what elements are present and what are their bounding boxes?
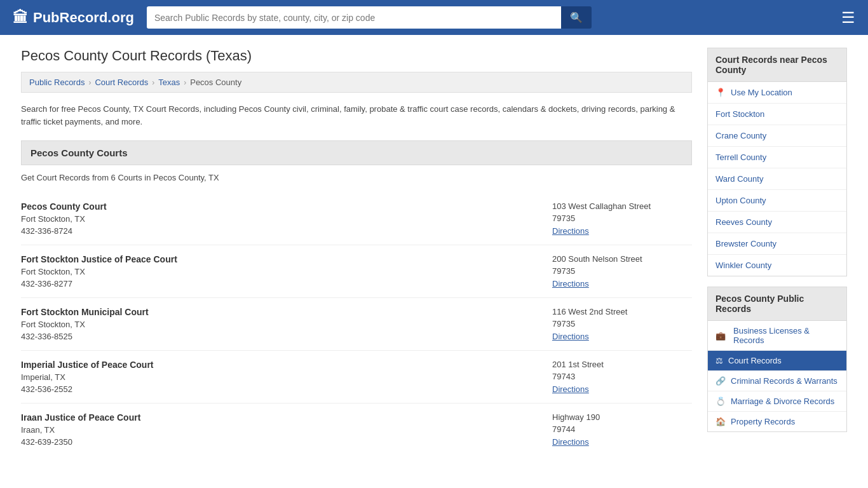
court-entry: Fort Stockton Municipal Court Fort Stock… xyxy=(21,298,692,351)
sidebar-nearby-list: Use My Location Fort Stockton Crane Coun… xyxy=(707,82,847,276)
briefcase-icon xyxy=(715,331,728,341)
court-name: Iraan Justice of Peace Court xyxy=(21,412,552,423)
shield-icon: 🔗 xyxy=(715,376,726,386)
directions-link[interactable]: Directions xyxy=(552,279,589,288)
sidebar-item-label: Business Licenses & Records xyxy=(733,326,839,345)
site-header: 🏛 PubRecord.org 🔍 ☰ xyxy=(0,0,868,35)
court-name: Imperial Justice of Peace Court xyxy=(21,360,552,370)
court-zip: 79735 xyxy=(552,214,692,223)
gavel-icon: ⚖ xyxy=(715,356,723,365)
sidebar-public-records-section: Pecos County Public Records Business Lic… xyxy=(707,287,847,432)
sidebar-item-reeves-county[interactable]: Reeves County xyxy=(708,212,846,233)
courts-list: Pecos County Court Fort Stockton, TX 432… xyxy=(21,193,692,456)
use-location-label: Use My Location xyxy=(731,88,792,97)
court-zip: 79744 xyxy=(552,424,692,434)
court-info: Pecos County Court Fort Stockton, TX 432… xyxy=(21,201,552,236)
sidebar-item-marriage-divorce[interactable]: 💍 Marriage & Divorce Records xyxy=(708,391,846,412)
search-button[interactable]: 🔍 xyxy=(561,6,592,29)
search-icon: 🔍 xyxy=(570,12,583,23)
breadcrumb: Public Records › Court Records › Texas ›… xyxy=(21,72,692,93)
directions-link[interactable]: Directions xyxy=(552,437,589,447)
directions-link[interactable]: Directions xyxy=(552,226,589,236)
court-entry: Iraan Justice of Peace Court Iraan, TX 4… xyxy=(21,403,692,456)
directions-link[interactable]: Directions xyxy=(552,384,589,394)
sidebar-nearby-section: Court Records near Pecos County Use My L… xyxy=(707,48,847,276)
court-address: Highway 190 79744 Directions xyxy=(552,412,692,447)
court-address: 200 South Nelson Street 79735 Directions xyxy=(552,254,692,288)
sidebar-item-crane-county[interactable]: Crane County xyxy=(708,125,846,147)
breadcrumb-texas[interactable]: Texas xyxy=(158,78,180,87)
court-city: Imperial, TX xyxy=(21,372,552,382)
page-description: Search for free Pecos County, TX Court R… xyxy=(21,103,692,128)
court-info: Imperial Justice of Peace Court Imperial… xyxy=(21,360,552,394)
court-city: Fort Stockton, TX xyxy=(21,214,552,224)
court-street: Highway 190 xyxy=(552,412,692,422)
court-street: 116 West 2nd Street xyxy=(552,307,692,316)
search-input[interactable] xyxy=(147,6,561,29)
logo-text: PubRecord.org xyxy=(33,10,134,26)
court-name: Pecos County Court xyxy=(21,201,552,212)
court-phone: 432-639-2350 xyxy=(21,437,552,447)
sidebar-item-property-records[interactable]: 🏠 Property Records xyxy=(708,412,846,431)
section-header: Pecos County Courts xyxy=(21,140,692,165)
court-phone: 432-336-8724 xyxy=(21,226,552,236)
breadcrumb-current: Pecos County xyxy=(190,78,241,87)
directions-link[interactable]: Directions xyxy=(552,332,589,341)
sidebar-item-label: Criminal Records & Warrants xyxy=(731,376,837,386)
breadcrumb-public-records[interactable]: Public Records xyxy=(29,78,85,87)
court-street: 200 South Nelson Street xyxy=(552,254,692,264)
court-city: Iraan, TX xyxy=(21,425,552,435)
sidebar-item-label: Marriage & Divorce Records xyxy=(731,396,834,406)
court-entry: Fort Stockton Justice of Peace Court For… xyxy=(21,245,692,298)
breadcrumb-sep-1: › xyxy=(88,78,91,87)
main-container: Pecos County Court Records (Texas) Publi… xyxy=(8,35,860,468)
sidebar-item-use-location[interactable]: Use My Location xyxy=(708,82,846,104)
court-address: 103 West Callaghan Street 79735 Directio… xyxy=(552,201,692,236)
court-entry: Pecos County Court Fort Stockton, TX 432… xyxy=(21,193,692,245)
sidebar-item-business-licenses[interactable]: Business Licenses & Records xyxy=(708,321,846,351)
sidebar: Court Records near Pecos County Use My L… xyxy=(707,48,847,456)
sidebar-item-court-records[interactable]: ⚖ Court Records xyxy=(708,351,846,371)
menu-icon[interactable]: ☰ xyxy=(841,9,855,27)
court-zip: 79735 xyxy=(552,319,692,329)
sidebar-item-criminal-records[interactable]: 🔗 Criminal Records & Warrants xyxy=(708,371,846,391)
court-phone: 432-336-8525 xyxy=(21,332,552,341)
section-subtitle: Get Court Records from 6 Courts in Pecos… xyxy=(21,173,692,182)
sidebar-item-upton-county[interactable]: Upton County xyxy=(708,190,846,212)
sidebar-item-ward-county[interactable]: Ward County xyxy=(708,168,846,190)
sidebar-item-terrell-county[interactable]: Terrell County xyxy=(708,147,846,168)
sidebar-item-winkler-county[interactable]: Winkler County xyxy=(708,255,846,276)
court-entry: Imperial Justice of Peace Court Imperial… xyxy=(21,351,692,403)
court-street: 201 1st Street xyxy=(552,360,692,369)
court-street: 103 West Callaghan Street xyxy=(552,201,692,211)
court-info: Fort Stockton Municipal Court Fort Stock… xyxy=(21,307,552,341)
site-logo[interactable]: 🏛 PubRecord.org xyxy=(13,9,134,27)
breadcrumb-sep-2: › xyxy=(152,78,154,87)
rings-icon: 💍 xyxy=(715,396,726,406)
court-phone: 432-536-2552 xyxy=(21,384,552,394)
sidebar-item-fort-stockton[interactable]: Fort Stockton xyxy=(708,104,846,125)
court-info: Iraan Justice of Peace Court Iraan, TX 4… xyxy=(21,412,552,447)
breadcrumb-court-records[interactable]: Court Records xyxy=(95,78,148,87)
court-name: Fort Stockton Municipal Court xyxy=(21,307,552,317)
court-zip: 79735 xyxy=(552,266,692,276)
court-address: 201 1st Street 79743 Directions xyxy=(552,360,692,394)
court-name: Fort Stockton Justice of Peace Court xyxy=(21,254,552,264)
logo-icon: 🏛 xyxy=(13,9,28,27)
court-phone: 432-336-8277 xyxy=(21,279,552,288)
house-icon: 🏠 xyxy=(715,417,726,426)
court-city: Fort Stockton, TX xyxy=(21,320,552,329)
page-title: Pecos County Court Records (Texas) xyxy=(21,48,692,64)
sidebar-nearby-title: Court Records near Pecos County xyxy=(707,48,847,82)
court-zip: 79743 xyxy=(552,372,692,381)
sidebar-item-label: Court Records xyxy=(728,356,782,365)
search-bar: 🔍 xyxy=(147,6,592,29)
court-info: Fort Stockton Justice of Peace Court For… xyxy=(21,254,552,288)
breadcrumb-sep-3: › xyxy=(184,78,186,87)
sidebar-item-label: Property Records xyxy=(731,417,795,426)
court-city: Fort Stockton, TX xyxy=(21,267,552,276)
content-area: Pecos County Court Records (Texas) Publi… xyxy=(21,48,692,456)
sidebar-public-records-list: Business Licenses & Records ⚖ Court Reco… xyxy=(707,321,847,432)
sidebar-public-records-title: Pecos County Public Records xyxy=(707,287,847,321)
sidebar-item-brewster-county[interactable]: Brewster County xyxy=(708,233,846,255)
